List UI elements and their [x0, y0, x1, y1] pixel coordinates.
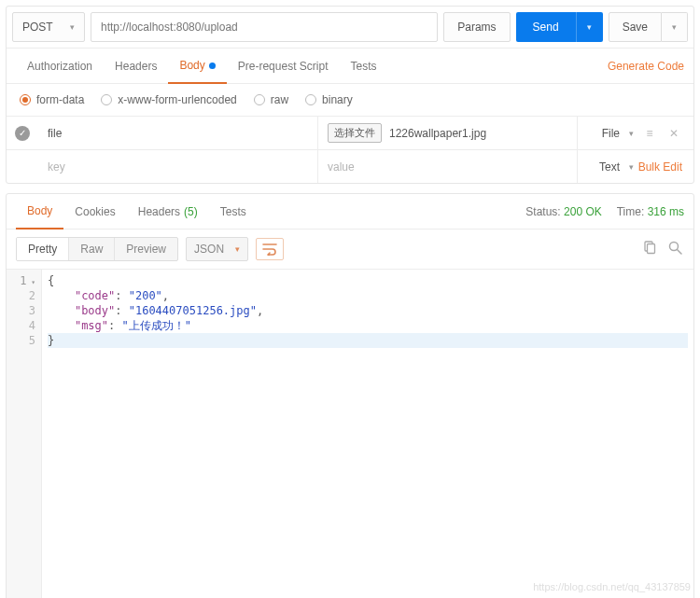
- chevron-down-icon: ▾: [629, 129, 634, 138]
- row-toggle[interactable]: ✓: [7, 126, 38, 141]
- request-tabs: Authorization Headers Body Pre-request S…: [7, 49, 693, 84]
- code-area[interactable]: { "code": "200", "body": "1604407051256.…: [42, 270, 693, 598]
- view-pretty[interactable]: Pretty: [17, 238, 69, 260]
- headers-count: (5): [184, 205, 198, 218]
- key-input[interactable]: file: [38, 117, 318, 149]
- filename-label: 1226wallpaper1.jpg: [389, 127, 486, 140]
- save-button[interactable]: Save: [609, 12, 662, 42]
- radio-raw[interactable]: raw: [254, 93, 288, 106]
- tab-resp-body[interactable]: Body: [16, 195, 63, 229]
- send-button[interactable]: Send: [516, 12, 577, 42]
- form-data-row: ✓ file 选择文件 1226wallpaper1.jpg File ▾ ≡ …: [7, 116, 693, 149]
- chevron-down-icon: ▾: [629, 162, 634, 172]
- row-menu-icon[interactable]: ≡: [637, 127, 662, 140]
- body-type-row: form-data x-www-form-urlencoded raw bina…: [7, 84, 693, 116]
- url-input[interactable]: http://localhost:8080/upload: [91, 12, 438, 42]
- view-mode-group: Pretty Raw Preview: [16, 237, 178, 261]
- radio-form-data[interactable]: form-data: [20, 93, 84, 106]
- choose-file-button[interactable]: 选择文件: [328, 123, 382, 143]
- radio-icon: [101, 94, 112, 105]
- wrap-toggle[interactable]: [256, 238, 284, 260]
- radio-icon: [20, 94, 31, 105]
- lang-dropdown[interactable]: JSON ▾: [186, 237, 248, 261]
- tab-tests[interactable]: Tests: [339, 49, 387, 83]
- tab-resp-tests[interactable]: Tests: [209, 194, 258, 229]
- chevron-down-icon: ▾: [70, 22, 75, 32]
- radio-icon: [254, 94, 265, 105]
- tab-authorization[interactable]: Authorization: [16, 49, 104, 83]
- view-raw[interactable]: Raw: [69, 238, 115, 260]
- svg-line-3: [677, 250, 681, 255]
- view-preview[interactable]: Preview: [115, 238, 177, 260]
- wrap-icon: [262, 243, 277, 256]
- status-area: Status: 200 OK Time: 316 ms: [525, 205, 684, 218]
- radio-urlencoded[interactable]: x-www-form-urlencoded: [101, 93, 236, 106]
- key-input[interactable]: key: [38, 150, 318, 183]
- tab-resp-headers[interactable]: Headers (5): [127, 194, 209, 229]
- response-body: 12345 { "code": "200", "body": "16044070…: [7, 269, 693, 598]
- row-delete-icon[interactable]: ✕: [662, 127, 686, 140]
- check-icon: ✓: [15, 126, 30, 141]
- radio-binary[interactable]: binary: [305, 93, 353, 106]
- radio-icon: [305, 94, 316, 105]
- params-button[interactable]: Params: [443, 12, 510, 42]
- send-dropdown[interactable]: ▾: [577, 12, 603, 42]
- form-data-row-empty: key value Text ▾ Bulk Edit: [7, 149, 693, 183]
- save-dropdown[interactable]: ▾: [662, 12, 688, 42]
- type-dropdown[interactable]: File ▾: [578, 127, 637, 140]
- tab-prerequest[interactable]: Pre-request Script: [227, 49, 340, 83]
- watermark: https://blog.csdn.net/qq_43137859: [533, 581, 691, 592]
- tab-headers[interactable]: Headers: [104, 49, 168, 83]
- tab-body[interactable]: Body: [168, 49, 226, 84]
- status-code: 200 OK: [564, 205, 602, 218]
- request-bar: POST ▾ http://localhost:8080/upload Para…: [7, 7, 693, 49]
- response-tabs: Body Cookies Headers (5) Tests Status: 2…: [7, 194, 693, 229]
- unsaved-dot-icon: [209, 63, 216, 69]
- copy-icon[interactable]: [639, 241, 658, 257]
- value-input[interactable]: value: [318, 150, 578, 183]
- line-gutter: 12345: [7, 270, 42, 598]
- search-icon[interactable]: [665, 241, 684, 257]
- url-value: http://localhost:8080/upload: [101, 21, 238, 34]
- response-time: 316 ms: [648, 205, 684, 218]
- svg-rect-1: [647, 244, 654, 254]
- method-value: POST: [22, 21, 53, 34]
- chevron-down-icon: ▾: [235, 244, 240, 254]
- value-input[interactable]: 选择文件 1226wallpaper1.jpg: [318, 117, 578, 149]
- request-panel: POST ▾ http://localhost:8080/upload Para…: [6, 6, 694, 184]
- method-dropdown[interactable]: POST ▾: [12, 12, 85, 42]
- generate-code-link[interactable]: Generate Code: [608, 60, 684, 73]
- bulk-edit-link[interactable]: Bulk Edit: [638, 160, 682, 174]
- response-panel: Body Cookies Headers (5) Tests Status: 2…: [6, 193, 694, 598]
- type-dropdown[interactable]: Text ▾: [578, 160, 637, 174]
- response-toolbar: Pretty Raw Preview JSON ▾: [7, 229, 693, 269]
- tab-resp-cookies[interactable]: Cookies: [63, 194, 126, 229]
